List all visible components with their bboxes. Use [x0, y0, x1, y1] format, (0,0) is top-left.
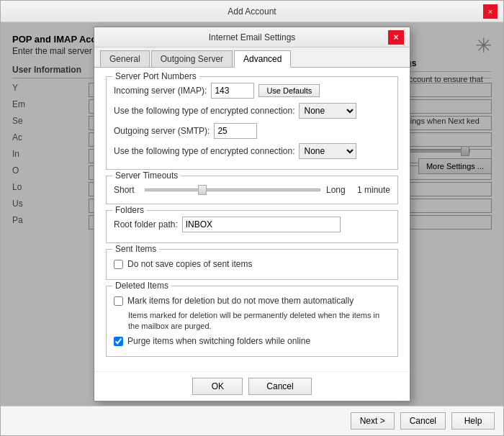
incoming-server-row: Incoming server (IMAP): 143 Use Defaults	[114, 83, 390, 99]
bottom-bar: Next > Cancel Help	[1, 406, 503, 435]
deleted-items-label: Deleted Items	[112, 281, 171, 291]
dialog-title-bar: Internet Email Settings ×	[94, 27, 410, 47]
outgoing-server-row: Outgoing server (SMTP):	[114, 123, 390, 139]
dialog-tabs: General Outgoing Server Advanced	[94, 47, 410, 68]
incoming-server-label: Incoming server (IMAP):	[114, 86, 207, 96]
main-content-area: POP and IMAP Account Settings Enter the …	[1, 22, 503, 406]
deleted-items-group: Deleted Items Mark items for deletion bu…	[106, 286, 398, 356]
encrypted-select-1[interactable]: None SSL/TLS STARTTLS	[299, 103, 356, 119]
outgoing-server-input[interactable]	[214, 123, 257, 139]
next-button[interactable]: Next >	[351, 412, 395, 430]
timeout-slider-thumb[interactable]	[198, 185, 207, 195]
ok-button[interactable]: OK	[192, 378, 243, 395]
root-folder-row: Root folder path:	[114, 217, 390, 232]
main-window: Add Account × POP and IMAP Account Setti…	[0, 0, 504, 436]
server-timeouts-label: Server Timeouts	[112, 171, 181, 181]
dialog-body: Server Port Numbers Incoming server (IMA…	[94, 68, 410, 371]
purge-items-checkbox[interactable]	[114, 337, 123, 346]
mark-deletion-checkbox[interactable]	[114, 296, 123, 306]
timeout-value: 1 minute	[357, 185, 390, 195]
dialog-buttons: OK Cancel	[94, 371, 410, 401]
encrypted-select-2[interactable]: None SSL/TLS STARTTLS	[299, 143, 356, 159]
encrypted-connection-row-2: Use the following type of encrypted conn…	[114, 143, 390, 159]
use-defaults-button[interactable]: Use Defaults	[258, 84, 320, 97]
tab-general[interactable]: General	[100, 50, 150, 67]
tab-advanced[interactable]: Advanced	[234, 50, 291, 68]
encrypted-label-1: Use the following type of encrypted conn…	[114, 106, 294, 116]
sent-items-label: Sent Items	[112, 244, 159, 254]
folders-group: Folders Root folder path:	[106, 210, 398, 243]
encrypted-connection-row-1: Use the following type of encrypted conn…	[114, 103, 390, 119]
title-bar: Add Account ×	[1, 1, 503, 22]
folders-label: Folders	[112, 205, 147, 215]
sent-items-check-row: Do not save copies of sent items	[114, 258, 390, 271]
server-port-numbers-label: Server Port Numbers	[112, 71, 199, 81]
modal-overlay: Internet Email Settings × General Outgoi…	[1, 22, 503, 406]
outgoing-server-label: Outgoing server (SMTP):	[114, 126, 210, 136]
dialog-close-button[interactable]: ×	[388, 30, 404, 45]
dialog-title: Internet Email Settings	[116, 32, 388, 42]
mark-deletion-check-row: Mark items for deletion but do not move …	[114, 295, 390, 307]
cancel-button[interactable]: Cancel	[248, 378, 311, 395]
root-folder-label: Root folder path:	[114, 219, 178, 230]
server-timeouts-group: Server Timeouts Short Long 1 minute	[106, 176, 398, 204]
timeout-slider-row: Short Long 1 minute	[114, 185, 390, 195]
sent-items-group: Sent Items Do not save copies of sent it…	[106, 249, 398, 280]
deletion-note: Items marked for deletion will be perman…	[128, 310, 390, 332]
do-not-save-copies-label: Do not save copies of sent items	[127, 258, 252, 271]
timeout-slider-track[interactable]	[145, 189, 320, 191]
main-cancel-button[interactable]: Cancel	[400, 412, 446, 430]
help-button[interactable]: Help	[451, 412, 495, 430]
window-title: Add Account	[21, 6, 483, 17]
short-label: Short	[114, 185, 139, 195]
encrypted-label-2: Use the following type of encrypted conn…	[114, 146, 294, 156]
long-label: Long	[326, 185, 351, 195]
window-close-button[interactable]: ×	[483, 4, 498, 19]
do-not-save-copies-checkbox[interactable]	[114, 260, 123, 269]
internet-email-settings-dialog: Internet Email Settings × General Outgoi…	[94, 27, 410, 401]
purge-check-row: Purge items when switching folders while…	[114, 335, 390, 348]
server-port-numbers-group: Server Port Numbers Incoming server (IMA…	[106, 76, 398, 170]
purge-items-label: Purge items when switching folders while…	[127, 335, 310, 348]
incoming-server-input[interactable]: 143	[211, 83, 254, 99]
tab-outgoing-server[interactable]: Outgoing Server	[151, 50, 233, 67]
mark-deletion-label: Mark items for deletion but do not move …	[127, 295, 354, 307]
root-folder-input[interactable]	[182, 217, 341, 232]
